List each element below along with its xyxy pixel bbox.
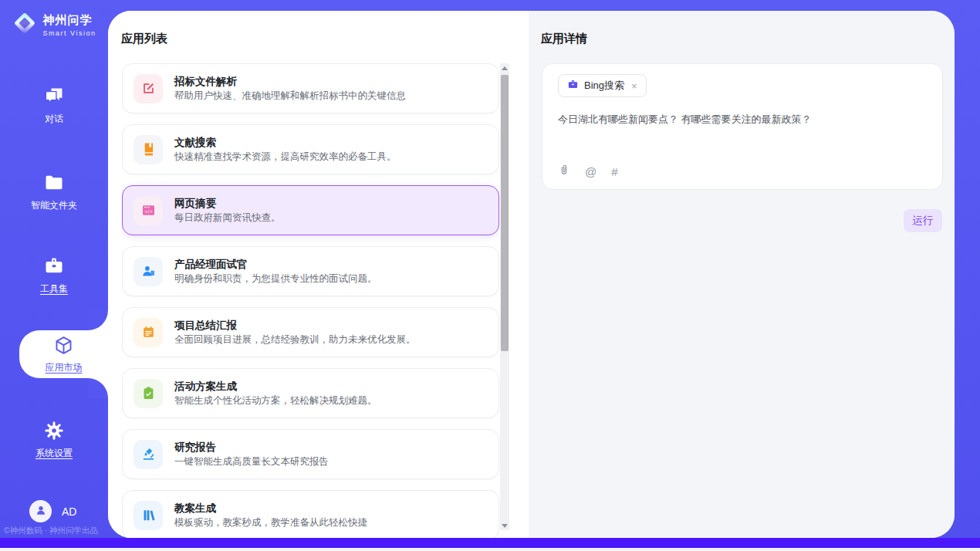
app-card-literature-search[interactable]: 文献搜索 快速精准查找学术资源，提高研究效率的必备工具。 — [122, 124, 499, 174]
user-initials: AD — [62, 505, 76, 518]
books-icon — [133, 501, 163, 530]
app-title: 产品经理面试官 — [174, 259, 377, 270]
app-title: 文献搜索 — [174, 137, 397, 148]
app-title: 项目总结汇报 — [174, 320, 416, 331]
app-card-lesson-plan[interactable]: 教案生成 模板驱动，教案秒成，教学准备从此轻松快捷 — [122, 490, 499, 538]
tool-tag-label: Bing搜索 — [584, 79, 624, 93]
app-desc: 帮助用户快速、准确地理解和解析招标书中的关键信息 — [174, 91, 406, 101]
diamond-logo-icon — [12, 11, 37, 39]
cube-icon — [53, 345, 74, 358]
sidebar-item-label: 对话 — [0, 113, 108, 126]
folder-icon — [0, 172, 108, 194]
app-card-web-summary[interactable]: </> 网页摘要 每日政府新闻资讯快查。 — [122, 185, 499, 235]
app-list-title: 应用列表 — [121, 32, 167, 46]
app-list: 招标文件解析 帮助用户快速、准确地理解和解析招标书中的关键信息 文献搜索 快速精… — [122, 63, 499, 538]
app-card-event-plan[interactable]: 活动方案生成 智能生成个性化活动方案，轻松解决规划难题。 — [122, 368, 499, 418]
paperclip-icon[interactable] — [558, 164, 570, 179]
sidebar-item-label: 智能文件夹 — [0, 199, 108, 212]
copyright-footer: ©神州数码 · 神州问学出品 — [4, 526, 98, 536]
app-detail-title: 应用详情 — [541, 32, 587, 46]
app-desc: 每日政府新闻资讯快查。 — [174, 213, 281, 223]
gear-icon — [0, 420, 108, 441]
app-title: 活动方案生成 — [174, 381, 377, 392]
scroll-down-icon[interactable] — [500, 521, 509, 530]
app-card-research-report[interactable]: 研究报告 一键智能生成高质量长文本研究报告 — [122, 429, 499, 479]
composer-toolbar: @ # — [558, 164, 618, 179]
app-desc: 一键智能生成高质量长文本研究报告 — [174, 457, 329, 467]
app-desc: 智能生成个性化活动方案，轻松解决规划难题。 — [174, 396, 377, 406]
tool-tag-bing-search[interactable]: Bing搜索 × — [558, 74, 647, 97]
sidebar-item-label: 工具集 — [0, 282, 108, 296]
app-desc: 明确身份和职责，为您提供专业性的面试问题。 — [174, 274, 377, 284]
app-desc: 模板驱动，教案秒成，教学准备从此轻松快捷 — [174, 518, 367, 528]
chat-icon — [0, 86, 108, 107]
tab-curve-top — [88, 310, 108, 330]
sidebar-item-app-market[interactable]: 应用市场 — [19, 330, 108, 378]
bottom-accent-bar — [0, 538, 980, 548]
prompt-card: Bing搜索 × 今日湖北有哪些新闻要点？ 有哪些需要关注的最新政策？ @ # — [542, 63, 943, 190]
pen-square-icon — [133, 74, 163, 103]
briefcase-icon — [567, 79, 579, 93]
person-icon — [35, 504, 47, 519]
app-list-scrollbar[interactable] — [500, 63, 509, 530]
app-desc: 快速精准查找学术资源，提高研究效率的必备工具。 — [174, 152, 397, 162]
app-card-pm-interviewer[interactable]: 产品经理面试官 明确身份和职责，为您提供专业性的面试问题。 — [122, 246, 499, 296]
main-container: 应用列表 招标文件解析 帮助用户快速、准确地理解和解析招标书中的关键信息 — [108, 11, 955, 538]
interviewer-icon — [133, 257, 163, 286]
sidebar: 神州问学 Smart Vision 对话 智能文件夹 工具集 — [0, 0, 108, 538]
app-title: 网页摘要 — [174, 198, 281, 209]
app-title: 招标文件解析 — [174, 76, 406, 87]
app-title: 教案生成 — [174, 503, 367, 514]
scrollbar-thumb[interactable] — [501, 75, 509, 351]
book-icon — [133, 135, 163, 164]
hashtag-icon[interactable]: # — [611, 166, 617, 177]
brand-name: 神州问学 — [43, 13, 93, 26]
sidebar-item-label: 应用市场 — [19, 361, 108, 374]
tab-curve-bottom — [88, 378, 108, 398]
app-title: 研究报告 — [174, 442, 329, 453]
report-note-icon — [133, 318, 163, 347]
sidebar-item-settings[interactable]: 系统设置 — [0, 420, 108, 460]
run-button[interactable]: 运行 — [904, 209, 942, 232]
app-list-panel: 应用列表 招标文件解析 帮助用户快速、准确地理解和解析招标书中的关键信息 — [108, 11, 529, 538]
web-code-icon: </> — [133, 196, 163, 225]
sidebar-item-label: 系统设置 — [0, 447, 108, 460]
scroll-up-icon[interactable] — [500, 63, 509, 73]
user-account[interactable]: AD — [29, 500, 76, 522]
app-detail-panel: 应用详情 Bing搜索 × 今日湖北有哪些新闻要点？ 有哪些需要关注的最新政策？ — [529, 11, 955, 538]
research-icon — [133, 440, 163, 469]
avatar — [29, 500, 52, 522]
close-icon[interactable]: × — [631, 80, 637, 92]
clipboard-check-icon — [133, 379, 163, 408]
mention-icon[interactable]: @ — [585, 166, 596, 177]
svg-text:</>: </> — [144, 209, 153, 214]
prompt-input[interactable]: 今日湖北有哪些新闻要点？ 有哪些需要关注的最新政策？ — [558, 112, 924, 128]
sidebar-item-chat[interactable]: 对话 — [0, 86, 108, 126]
brand-subtitle: Smart Vision — [43, 29, 96, 37]
briefcase-icon — [0, 255, 108, 277]
sidebar-item-toolset[interactable]: 工具集 — [0, 255, 108, 296]
app-logo: 神州问学 Smart Vision — [0, 11, 108, 39]
sidebar-item-smart-folder[interactable]: 智能文件夹 — [0, 172, 108, 212]
app-desc: 全面回顾项目进展，总结经验教训，助力未来优化发展。 — [174, 335, 416, 345]
app-card-tender-parse[interactable]: 招标文件解析 帮助用户快速、准确地理解和解析招标书中的关键信息 — [122, 63, 499, 113]
app-card-project-summary[interactable]: 项目总结汇报 全面回顾项目进展，总结经验教训，助力未来优化发展。 — [122, 307, 499, 357]
